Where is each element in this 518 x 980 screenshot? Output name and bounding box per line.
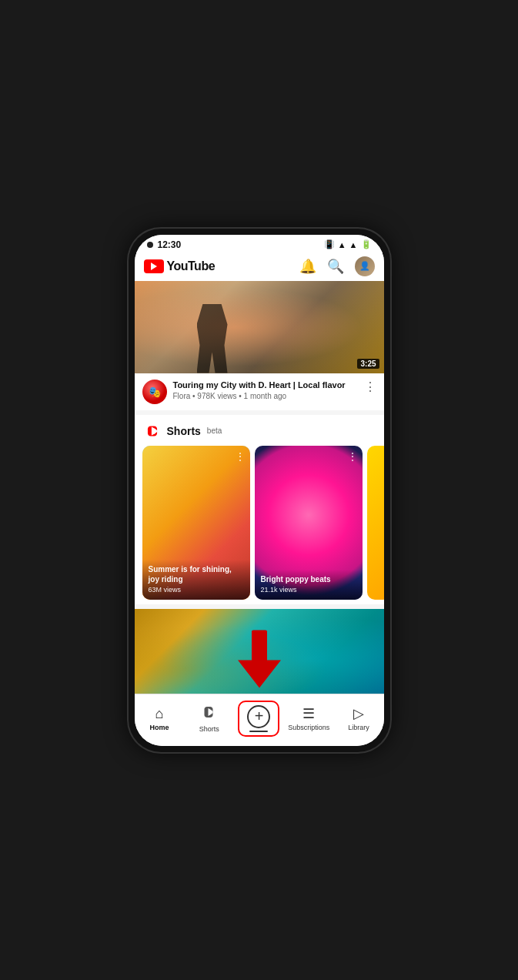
- camera-dot: [147, 242, 153, 248]
- short-card-2[interactable]: ⋮ Bright poppy beats 21.1k views: [255, 446, 363, 600]
- create-button-wrapper[interactable]: +: [238, 701, 279, 737]
- nav-subscriptions[interactable]: ☰ Subscriptions: [284, 699, 334, 738]
- notification-icon[interactable]: 🔔: [299, 258, 316, 275]
- short-card-1-menu-icon[interactable]: ⋮: [235, 450, 246, 463]
- shorts-nav-icon: [202, 704, 217, 724]
- shorts-title: Shorts: [167, 425, 201, 437]
- youtube-header: YouTube 🔔 🔍 👤: [135, 253, 384, 281]
- shorts-logo-icon: [144, 423, 161, 440]
- view-count: 978K views: [197, 392, 236, 400]
- battery-icon: 🔋: [361, 239, 372, 249]
- arrow-head: [238, 660, 281, 687]
- video-meta: Flora • 978K views • 1 month ago: [173, 392, 358, 400]
- youtube-logo[interactable]: YouTube: [144, 259, 216, 273]
- video-duration: 3:25: [357, 359, 379, 369]
- nav-shorts[interactable]: Shorts: [184, 699, 234, 738]
- shorts-beta-badge: beta: [207, 426, 222, 435]
- featured-video: 3:25 Touring my City with D. Heart | Loc…: [135, 281, 384, 410]
- nav-create[interactable]: +: [234, 699, 284, 738]
- subscriptions-label: Subscriptions: [288, 724, 329, 731]
- short-card-3-partial[interactable]: [367, 446, 384, 600]
- video-title: Touring my City with D. Heart | Local fl…: [173, 380, 358, 390]
- create-underline: [249, 731, 268, 732]
- short-card-2-title: Bright poppy beats: [261, 574, 356, 584]
- search-icon[interactable]: 🔍: [327, 258, 344, 275]
- arrow-stem: [252, 630, 267, 662]
- status-bar: 12:30 📳 ▲ ▲ 🔋: [135, 235, 384, 253]
- scroll-content[interactable]: 3:25 Touring my City with D. Heart | Loc…: [135, 281, 384, 694]
- home-icon: ⌂: [155, 706, 163, 722]
- short-card-1-title: Summer is for shining, joy riding: [149, 564, 244, 584]
- short-card-1-overlay: Summer is for shining, joy riding 63M vi…: [142, 560, 250, 600]
- nav-home[interactable]: ⌂ Home: [135, 699, 185, 738]
- avatar[interactable]: 👤: [355, 256, 375, 276]
- signal-icon: ▲: [349, 240, 358, 249]
- home-label: Home: [149, 724, 169, 731]
- create-plus-icon: +: [247, 705, 270, 728]
- red-arrow-graphic: [238, 630, 281, 687]
- wifi-icon: ▲: [338, 240, 346, 249]
- channel-name: Flora: [173, 392, 191, 400]
- video-details: Touring my City with D. Heart | Local fl…: [173, 380, 358, 400]
- nav-library[interactable]: ▷ Library: [334, 699, 384, 738]
- short-card-2-views: 21.1k views: [261, 586, 356, 594]
- subscriptions-icon: ☰: [302, 705, 315, 722]
- channel-avatar[interactable]: [142, 380, 167, 404]
- youtube-logo-text: YouTube: [167, 259, 216, 273]
- video-info: Touring my City with D. Heart | Local fl…: [135, 373, 384, 410]
- phone-screen: 12:30 📳 ▲ ▲ 🔋 YouTube 🔔 🔍 👤: [135, 235, 384, 746]
- shorts-nav-label: Shorts: [199, 725, 219, 733]
- youtube-logo-icon: [144, 259, 164, 273]
- underwater-section[interactable]: [135, 609, 384, 694]
- short-card-1[interactable]: ⋮ Summer is for shining, joy riding 63M …: [142, 446, 250, 600]
- shorts-row: ⋮ Summer is for shining, joy riding 63M …: [135, 446, 384, 600]
- vibrate-icon: 📳: [324, 239, 335, 249]
- short-card-2-overlay: Bright poppy beats 21.1k views: [255, 570, 363, 600]
- status-icons: 📳 ▲ ▲ 🔋: [324, 239, 372, 249]
- red-arrow-container: [238, 630, 281, 687]
- shorts-section: Shorts beta ⋮ Summer is for shining, joy…: [135, 415, 384, 604]
- short-card-1-views: 63M views: [149, 586, 244, 594]
- video-menu-icon[interactable]: ⋮: [364, 380, 376, 394]
- phone-frame: 12:30 📳 ▲ ▲ 🔋 YouTube 🔔 🔍 👤: [129, 229, 390, 752]
- time-ago: 1 month ago: [244, 392, 287, 400]
- library-icon: ▷: [353, 705, 364, 722]
- shorts-header: Shorts beta: [135, 415, 384, 446]
- channel-avatar-inner: [142, 380, 167, 404]
- featured-thumbnail[interactable]: 3:25: [135, 281, 384, 373]
- bottom-nav: ⌂ Home Shorts + ☰ Sub: [135, 694, 384, 746]
- short-card-2-menu-icon[interactable]: ⋮: [347, 450, 358, 463]
- status-left: 12:30: [147, 239, 182, 250]
- library-label: Library: [348, 724, 369, 731]
- header-actions: 🔔 🔍 👤: [299, 256, 375, 276]
- status-time: 12:30: [158, 239, 182, 250]
